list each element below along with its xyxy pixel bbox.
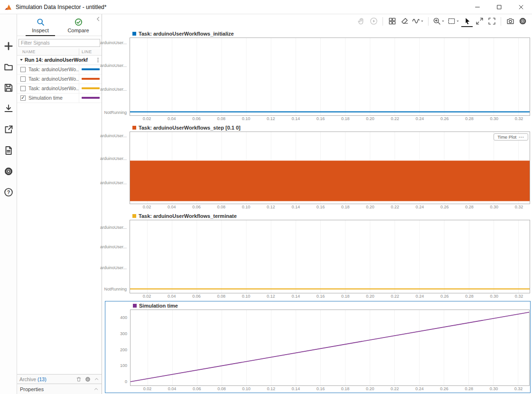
signal-row[interactable]: Task: arduinoUserWo...: [17, 75, 102, 84]
create-report-button[interactable]: [1, 143, 16, 158]
signal-checkbox[interactable]: [20, 67, 26, 72]
kebab-menu-icon[interactable]: [95, 57, 101, 63]
x-tick-label: 0.16: [317, 116, 325, 121]
x-tick-label: 0.08: [217, 205, 226, 209]
minimize-icon: [474, 4, 481, 10]
caret-down-icon[interactable]: [441, 19, 445, 23]
help-button[interactable]: ?: [1, 185, 16, 199]
import-icon: [4, 104, 13, 113]
zoom-button[interactable]: [432, 16, 446, 27]
plot-area[interactable]: [130, 220, 530, 293]
x-tick-label: 0.22: [391, 386, 399, 391]
signal-style-button[interactable]: [411, 16, 425, 27]
collapse-sidebar-button[interactable]: [95, 16, 101, 22]
sidebar-empty-space: [17, 103, 102, 375]
import-button[interactable]: [1, 102, 16, 116]
archive-count[interactable]: (13): [37, 376, 47, 382]
signal-table-header: NAME LINE: [17, 48, 102, 56]
chart-panel[interactable]: Task: arduinoUserWorkflows_terminateardu…: [105, 212, 531, 300]
signal-checkbox[interactable]: [20, 86, 26, 91]
x-tick-label: 0.18: [341, 386, 350, 391]
chart-body: arduinoUser...arduinoUser...arduinoUser.…: [105, 220, 531, 293]
pan-button[interactable]: [355, 16, 367, 27]
add-button[interactable]: [1, 39, 16, 53]
caret-down-icon[interactable]: [456, 19, 459, 23]
run-label: Run 14: arduinoUserWorkf: [25, 57, 102, 63]
gear-icon[interactable]: [85, 376, 91, 382]
chart-legend: Simulation time: [105, 301, 530, 310]
maximize-button[interactable]: [488, 0, 510, 14]
app-logo-icon: [4, 3, 12, 11]
svg-text:?: ?: [7, 189, 9, 195]
y-axis-labels: 4003002001000: [105, 310, 130, 386]
run-group-row[interactable]: Run 14: arduinoUserWorkf: [17, 56, 102, 65]
x-tick-label: 0.22: [391, 205, 399, 209]
wave-icon: [412, 17, 420, 25]
caret-down-icon[interactable]: [420, 19, 424, 23]
tab-compare[interactable]: Compare: [61, 16, 96, 36]
grid-icon: [388, 17, 396, 25]
expand-button[interactable]: [474, 16, 485, 27]
fit-to-view-button[interactable]: [447, 16, 460, 27]
legend-swatch: [133, 304, 137, 308]
x-tick-label: 0.30: [490, 386, 498, 391]
export-icon: [4, 125, 13, 134]
x-tick-label: 0.04: [168, 386, 177, 391]
left-toolbar: ?: [0, 14, 17, 394]
body: ? Inspect Compare NAME LINE: [0, 14, 532, 394]
snapshot-button[interactable]: [504, 16, 516, 27]
plot-area[interactable]: Time Plot•••: [130, 131, 530, 204]
minimize-button[interactable]: [467, 0, 488, 14]
export-button[interactable]: [1, 122, 16, 137]
fullscreen-icon: [488, 17, 496, 25]
filter-signals-input[interactable]: [19, 39, 100, 47]
time-plot-badge[interactable]: Time Plot•••: [494, 133, 528, 141]
x-tick-label: 0.14: [292, 386, 300, 391]
x-tick-label: 0.02: [143, 116, 151, 121]
plot-area[interactable]: [130, 310, 530, 386]
signal-row[interactable]: Task: arduinoUserWo...: [17, 65, 102, 75]
x-tick-label: 0.26: [440, 386, 448, 391]
chevron-up-icon[interactable]: [93, 386, 99, 392]
x-tick-label: 0.14: [291, 205, 300, 209]
close-button[interactable]: [510, 0, 532, 14]
archive-bar[interactable]: Archive (13): [17, 374, 102, 384]
chart-panel[interactable]: Simulation time40030020010000.020.040.06…: [105, 301, 531, 393]
x-tick-label: 0.28: [465, 116, 474, 121]
signal-row[interactable]: Task: arduinoUserWo...: [17, 84, 102, 94]
chart-panel[interactable]: Task: arduinoUserWorkflows_step [0.1 0]a…: [105, 123, 531, 211]
open-button[interactable]: [1, 60, 16, 74]
trash-icon[interactable]: [76, 376, 82, 382]
x-tick-label: 0.28: [465, 386, 474, 391]
signal-checkbox[interactable]: ✓: [20, 95, 26, 101]
report-icon: [4, 146, 13, 155]
y-tick-label: arduinoUser...: [100, 40, 127, 45]
preferences-button[interactable]: [1, 164, 16, 178]
zoom-in-icon: [433, 17, 441, 25]
chart-panel[interactable]: Task: arduinoUserWorkflows_initializeard…: [105, 29, 531, 122]
layout-button[interactable]: [386, 16, 398, 27]
x-tick-label: 0.20: [366, 205, 374, 209]
properties-bar[interactable]: Properties: [17, 384, 102, 394]
x-tick-label: 0.24: [416, 294, 424, 299]
signal-line-cell: [79, 75, 102, 84]
plot-area[interactable]: [130, 38, 530, 116]
save-button[interactable]: [1, 81, 16, 95]
plot-settings-button[interactable]: [517, 16, 528, 27]
tab-inspect[interactable]: Inspect: [23, 16, 58, 36]
x-tick-label: 0.18: [341, 294, 350, 299]
x-tick-label: 0.12: [267, 386, 275, 391]
signal-list: Task: arduinoUserWo...Task: arduinoUserW…: [17, 65, 102, 103]
signal-label: Task: arduinoUserWo...: [28, 76, 79, 82]
replay-button[interactable]: [368, 16, 379, 27]
y-tick-label: arduinoUser...: [100, 244, 127, 249]
select-cursor-button[interactable]: [461, 16, 473, 27]
x-tick-label: 0.26: [440, 116, 449, 121]
tab-inspect-label: Inspect: [32, 28, 48, 33]
x-tick-label: 0.14: [291, 294, 300, 299]
signal-checkbox[interactable]: [20, 76, 26, 82]
fullscreen-button[interactable]: [486, 16, 497, 27]
chevron-up-icon[interactable]: [94, 376, 99, 382]
signal-row[interactable]: ✓Simulation time: [17, 94, 102, 103]
clear-plots-button[interactable]: [399, 16, 410, 27]
